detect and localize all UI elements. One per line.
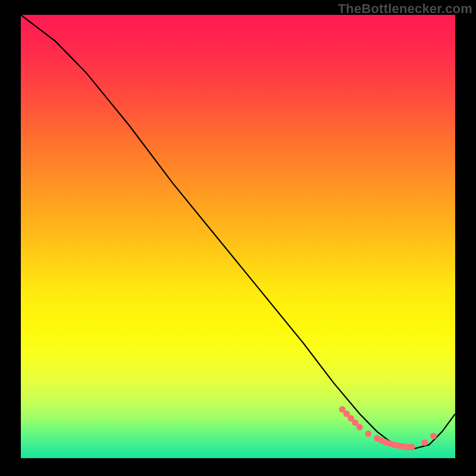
marker-dot	[356, 424, 363, 430]
plot-area	[21, 15, 455, 458]
marker-group	[339, 406, 437, 450]
marker-dot	[365, 431, 372, 437]
marker-dot	[409, 444, 415, 450]
marker-dot	[430, 433, 437, 439]
bottleneck-curve-path	[21, 15, 455, 449]
chart-frame: TheBottlenecker.com	[0, 0, 476, 476]
marker-dot	[421, 439, 428, 446]
curve-layer	[21, 15, 455, 458]
